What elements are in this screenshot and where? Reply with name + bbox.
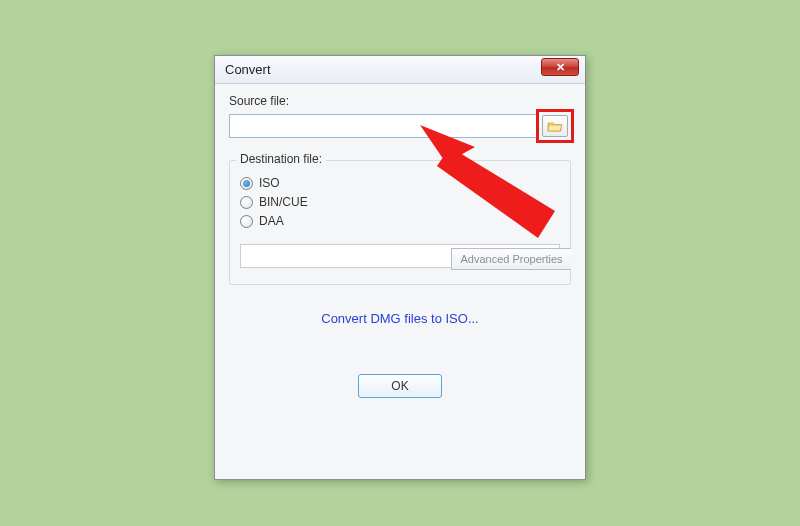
destination-fieldset: Destination file: ISO BIN/CUE DAA Advanc… [229,160,571,285]
close-button[interactable]: ✕ [541,58,579,76]
link-row: Convert DMG files to ISO... [229,311,571,326]
advanced-properties-button[interactable]: Advanced Properties [451,248,571,270]
radio-daa-label: DAA [259,214,284,228]
radio-bincue-label: BIN/CUE [259,195,308,209]
titlebar: Convert ✕ [215,56,585,84]
destination-file-label: Destination file: [236,152,326,166]
browse-source-button[interactable] [542,115,568,137]
source-file-row [229,112,571,140]
source-file-input[interactable] [229,114,537,138]
radio-daa-row[interactable]: DAA [240,214,560,228]
ok-button[interactable]: OK [358,374,442,398]
convert-dmg-link[interactable]: Convert DMG files to ISO... [321,311,479,326]
radio-iso-label: ISO [259,176,280,190]
dialog-body: Source file: Destination file: ISO [215,84,585,398]
radio-iso-row[interactable]: ISO [240,176,560,190]
ok-row: OK [229,374,571,398]
radio-bincue[interactable] [240,196,253,209]
close-icon: ✕ [556,61,565,73]
dialog-title: Convert [225,62,271,77]
radio-iso[interactable] [240,177,253,190]
convert-dialog: Convert ✕ Source file: Destination file: [214,55,586,480]
radio-daa[interactable] [240,215,253,228]
browse-button-wrap [539,112,571,140]
source-file-label: Source file: [229,94,571,108]
folder-open-icon [547,120,563,133]
radio-bincue-row[interactable]: BIN/CUE [240,195,560,209]
